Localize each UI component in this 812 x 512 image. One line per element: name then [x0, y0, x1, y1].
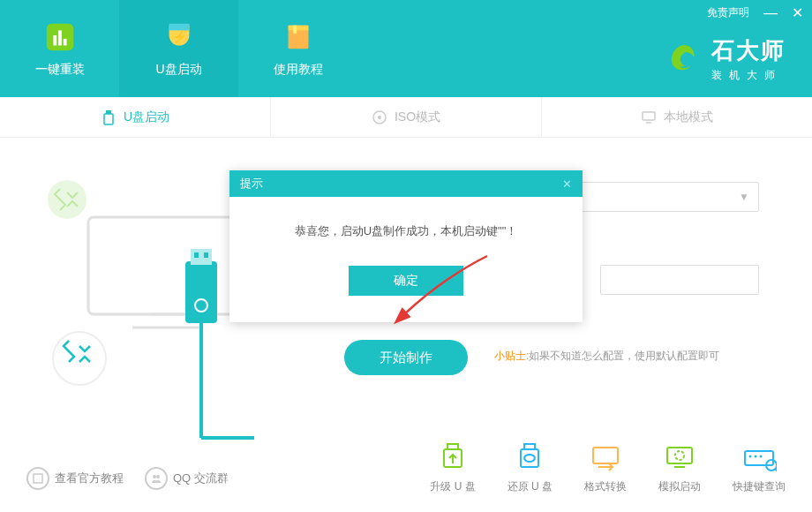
nav-tab-label: 一键重装	[35, 62, 85, 78]
svg-point-18	[48, 180, 86, 219]
modal-title: 提示	[240, 176, 263, 192]
logo-icon	[665, 41, 701, 77]
svg-point-19	[53, 332, 106, 385]
sub-tab-local[interactable]: 本地模式	[542, 97, 812, 137]
action-restore[interactable]: 还原 U 盘	[508, 442, 553, 494]
chevron-down-icon: ▼	[739, 191, 749, 203]
brand: 石大师 装机大师	[665, 35, 786, 83]
svg-rect-1	[53, 35, 56, 45]
modal-ok-button[interactable]: 确定	[349, 266, 463, 296]
svg-rect-21	[191, 249, 212, 265]
svg-rect-8	[293, 26, 297, 34]
minimize-button[interactable]: —	[763, 6, 778, 20]
action-format[interactable]: 格式转换	[584, 442, 627, 494]
keyboard-icon	[741, 442, 777, 474]
nav-tab-reinstall[interactable]: 一键重装	[0, 0, 119, 97]
svg-rect-32	[593, 448, 618, 463]
action-hotkey[interactable]: 快捷键查询	[733, 442, 786, 494]
success-modal: 提示 ✕ 恭喜您，启动U盘制作成功，本机启动键""！ 确定	[229, 170, 583, 322]
config-input[interactable]	[600, 265, 759, 295]
people-icon	[145, 467, 168, 490]
convert-icon	[588, 442, 623, 474]
upgrade-icon	[435, 442, 470, 474]
action-upgrade[interactable]: 升级 U 盘	[430, 442, 475, 494]
sub-tab-iso[interactable]: ISO模式	[271, 97, 542, 137]
sub-tab-label: U盘启动	[124, 109, 169, 125]
nav-tab-tutorial[interactable]: 使用教程	[238, 0, 357, 97]
sub-tab-label: 本地模式	[664, 109, 713, 125]
svg-rect-2	[58, 30, 62, 45]
nav-tab-label: U盘启动	[155, 62, 201, 78]
svg-rect-10	[104, 114, 113, 124]
svg-rect-23	[204, 252, 208, 258]
svg-text:⚡: ⚡	[171, 29, 186, 44]
svg-line-41	[775, 469, 777, 472]
svg-point-26	[153, 475, 156, 478]
monitor-icon	[641, 109, 657, 125]
svg-rect-31	[521, 449, 538, 467]
brand-name: 石大师	[711, 35, 786, 66]
brand-sub: 装机大师	[711, 68, 786, 83]
tip-text: 小贴士:如果不知道怎么配置，使用默认配置即可	[494, 349, 719, 364]
book-small-icon	[26, 467, 49, 490]
disclaimer-link[interactable]: 免责声明	[707, 5, 749, 20]
svg-rect-25	[34, 474, 42, 483]
tutorial-link[interactable]: 查看官方教程	[26, 467, 124, 490]
svg-rect-33	[667, 448, 692, 463]
svg-rect-15	[88, 217, 247, 314]
svg-rect-7	[288, 26, 308, 31]
nav-tab-label: 使用教程	[274, 62, 323, 78]
usb-icon	[101, 109, 117, 125]
svg-rect-20	[185, 261, 217, 323]
iso-icon	[372, 109, 387, 125]
svg-rect-3	[63, 39, 66, 46]
svg-point-27	[156, 475, 160, 478]
simulate-icon	[662, 442, 697, 474]
nav-tab-usb[interactable]: ⚡ U盘启动	[119, 0, 238, 97]
svg-point-34	[675, 451, 684, 460]
svg-rect-36	[745, 451, 773, 465]
action-simulate[interactable]: 模拟启动	[658, 442, 701, 494]
sub-tab-usb[interactable]: U盘启动	[0, 97, 271, 137]
svg-rect-22	[194, 252, 199, 258]
start-button[interactable]: 开始制作	[344, 340, 468, 375]
sub-tab-label: ISO模式	[395, 109, 440, 125]
modal-message: 恭喜您，启动U盘制作成功，本机启动键""！	[247, 223, 565, 239]
chart-icon	[42, 19, 78, 55]
qq-group-link[interactable]: QQ 交流群	[145, 467, 229, 490]
shield-icon: ⚡	[162, 19, 197, 55]
book-icon	[281, 19, 316, 55]
svg-rect-13	[643, 112, 655, 120]
svg-point-12	[378, 116, 381, 119]
close-button[interactable]: ✕	[792, 6, 803, 20]
modal-close-button[interactable]: ✕	[562, 177, 572, 191]
restore-icon	[512, 442, 547, 474]
